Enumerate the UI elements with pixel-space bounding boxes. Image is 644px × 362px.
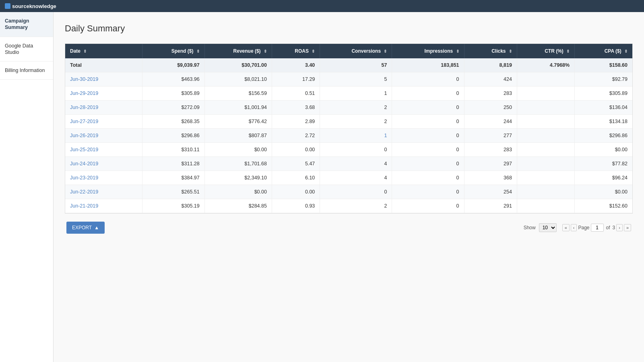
cell-revenue: $8,021.10 (204, 72, 272, 86)
col-header-cpa[interactable]: CPA ($) ⇕ (575, 44, 632, 58)
cell-cpa: $136.04 (575, 101, 632, 115)
total-roas: 3.40 (272, 58, 320, 72)
cell-roas: 0.00 (272, 143, 320, 157)
cell-date: Jun-23-2019 (65, 171, 142, 185)
cell-spend: $265.51 (142, 185, 204, 199)
cell-revenue: $1,701.68 (204, 157, 272, 171)
cell-revenue: $776.42 (204, 115, 272, 129)
page-number-input[interactable] (591, 224, 604, 232)
col-header-roas[interactable]: ROAS ⇕ (272, 44, 320, 58)
cell-spend: $384.97 (142, 171, 204, 185)
sidebar-item-campaign-summary[interactable]: Campaign Summary (0, 12, 53, 37)
sidebar-item-billing-information[interactable]: Billing Information (0, 62, 53, 80)
cell-conversions: 0 (320, 143, 392, 157)
cell-clicks: 254 (464, 185, 517, 199)
sort-icon-conversions: ⇕ (384, 49, 387, 53)
cell-roas: 0.51 (272, 86, 320, 101)
table-row: Jun-29-2019 $305.89 $156.59 0.51 1 0 283… (65, 86, 632, 101)
cell-spend: $268.35 (142, 115, 204, 129)
cell-cpa: $77.82 (575, 157, 632, 171)
page-label: Page (578, 225, 589, 230)
col-header-revenue[interactable]: Revenue ($) ⇕ (204, 44, 272, 58)
total-row: Total $9,039.97 $30,701.00 3.40 57 183,8… (65, 58, 632, 72)
cell-date: Jun-29-2019 (65, 86, 142, 101)
sort-icon-ctr: ⇕ (566, 49, 570, 53)
table-row: Jun-26-2019 $296.86 $807.87 2.72 1 0 277… (65, 129, 632, 143)
prev-page-button[interactable]: ‹ (571, 224, 577, 231)
total-clicks: 8,819 (464, 58, 517, 72)
cell-cpa: $134.18 (575, 115, 632, 129)
cell-clicks: 277 (464, 129, 517, 143)
col-header-date[interactable]: Date ⇕ (65, 44, 142, 58)
cell-clicks: 297 (464, 157, 517, 171)
total-ctr: 4.7968% (517, 58, 574, 72)
first-page-button[interactable]: « (562, 224, 570, 231)
cell-ctr (517, 157, 574, 171)
cell-date: Jun-21-2019 (65, 199, 142, 213)
total-cpa: $158.60 (575, 58, 632, 72)
cell-roas: 5.47 (272, 157, 320, 171)
cell-impressions: 0 (392, 101, 464, 115)
total-pages: 3 (613, 225, 615, 230)
sidebar: Campaign Summary Google Data Studio Bill… (0, 12, 54, 362)
sort-icon-cpa: ⇕ (624, 49, 627, 53)
table-row: Jun-30-2019 $463.96 $8,021.10 17.29 5 0 … (65, 72, 632, 86)
cell-ctr (517, 101, 574, 115)
sort-icon-date: ⇕ (83, 49, 87, 53)
topbar: sourceknowledge (0, 0, 644, 12)
data-table-container: Date ⇕ Spend ($) ⇕ Revenue ($) ⇕ ROAS (65, 43, 633, 214)
table-row: Jun-21-2019 $305.19 $284.85 0.93 2 0 291… (65, 199, 632, 213)
logo-icon (5, 3, 10, 9)
cell-impressions: 0 (392, 72, 464, 86)
col-header-impressions[interactable]: Impressions ⇕ (392, 44, 464, 58)
cell-conversions: 2 (320, 115, 392, 129)
cell-clicks: 283 (464, 86, 517, 101)
cell-clicks: 291 (464, 199, 517, 213)
next-page-button[interactable]: › (616, 224, 623, 231)
cell-date: Jun-28-2019 (65, 101, 142, 115)
show-label: Show (524, 225, 536, 230)
table-footer: EXPORT ▲ Show 10 25 50 « ‹ Page of 3 › (65, 217, 633, 235)
cell-cpa: $305.89 (575, 86, 632, 101)
cell-revenue: $284.85 (204, 199, 272, 213)
cell-impressions: 0 (392, 157, 464, 171)
cell-ctr (517, 171, 574, 185)
cell-ctr (517, 143, 574, 157)
cell-revenue: $807.87 (204, 129, 272, 143)
cell-spend: $296.86 (142, 129, 204, 143)
cell-impressions: 0 (392, 115, 464, 129)
cell-impressions: 0 (392, 185, 464, 199)
cell-conversions: 1 (320, 86, 392, 101)
cell-spend: $305.89 (142, 86, 204, 101)
col-header-conversions[interactable]: Conversions ⇕ (320, 44, 392, 58)
main-content: Daily Summary Date (54, 12, 644, 362)
cell-clicks: 424 (464, 72, 517, 86)
sidebar-item-google-data-studio[interactable]: Google Data Studio (0, 37, 53, 62)
cell-ctr (517, 185, 574, 199)
total-revenue: $30,701.00 (204, 58, 272, 72)
last-page-button[interactable]: » (624, 224, 631, 231)
sort-icon-roas: ⇕ (312, 49, 315, 53)
export-button[interactable]: EXPORT ▲ (66, 222, 105, 234)
per-page-select[interactable]: 10 25 50 (539, 223, 557, 232)
cell-cpa: $96.24 (575, 171, 632, 185)
col-header-clicks[interactable]: Clicks ⇕ (464, 44, 517, 58)
col-header-spend[interactable]: Spend ($) ⇕ (142, 44, 204, 58)
sort-icon-clicks: ⇕ (509, 49, 512, 53)
cell-impressions: 0 (392, 143, 464, 157)
cell-clicks: 250 (464, 101, 517, 115)
cell-cpa: $0.00 (575, 185, 632, 199)
col-header-ctr[interactable]: CTR (%) ⇕ (517, 44, 574, 58)
cell-impressions: 0 (392, 129, 464, 143)
table-header-row: Date ⇕ Spend ($) ⇕ Revenue ($) ⇕ ROAS (65, 44, 632, 58)
cell-revenue: $156.59 (204, 86, 272, 101)
cell-revenue: $0.00 (204, 143, 272, 157)
total-conversions: 57 (320, 58, 392, 72)
logo: sourceknowledge (5, 3, 56, 9)
cell-spend: $272.09 (142, 101, 204, 115)
cell-date: Jun-24-2019 (65, 157, 142, 171)
cell-roas: 3.68 (272, 101, 320, 115)
page-title: Daily Summary (65, 23, 633, 34)
cell-clicks: 283 (464, 143, 517, 157)
cell-spend: $310.11 (142, 143, 204, 157)
